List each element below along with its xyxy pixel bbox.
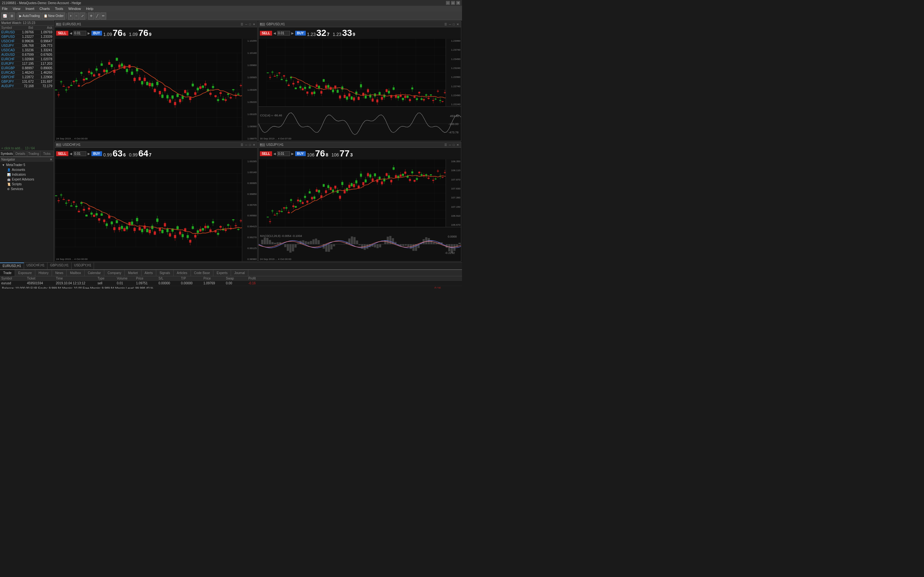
menu-window[interactable]: Window [68,7,81,11]
chart-max-btn-2[interactable]: □ [249,143,252,147]
market-row[interactable]: EURGBP 0.88997 0.89005 [0,66,53,71]
chart-menu-btn-1[interactable]: ☰ [444,23,447,26]
draw-button[interactable]: ✏ [100,13,106,19]
lot-increase-3[interactable]: ▶ [291,152,294,155]
chart-max-btn-1[interactable]: □ [452,23,455,26]
chart-body-0[interactable]: 1.102551.101401.099601.095651.093351.092… [55,39,257,141]
menu-tools[interactable]: Tools [54,7,64,11]
nav-item-indicators[interactable]: 📊 Indicators [1,172,53,177]
fit-button[interactable]: ⤢ [79,13,86,19]
nav-item-mt5[interactable]: ▼ MetaTrader 5 [1,163,53,167]
chart-menu-btn-0[interactable]: ☰ [240,23,244,26]
lot-input-1[interactable] [277,31,290,35]
chart-min-btn-3[interactable]: ─ [448,143,451,147]
crosshair-button[interactable]: ✛ [88,13,94,19]
menu-insert[interactable]: Insert [25,7,35,11]
chart-min-btn-2[interactable]: ─ [244,143,248,147]
sell-button-3[interactable]: SELL [260,151,272,156]
lot-increase-1[interactable]: ▶ [291,31,294,35]
left-tab-trading[interactable]: Trading [27,151,40,156]
buy-button-0[interactable]: BUY [91,31,102,35]
chart-body-2[interactable]: 1.002951.001400.999950.998500.997050.995… [55,159,257,261]
nav-item-scripts[interactable]: 📜 Scripts [1,182,53,187]
close-button[interactable]: ✕ [456,1,460,5]
lot-increase-0[interactable]: ▶ [87,31,90,35]
chart-close-btn-1[interactable]: ✕ [456,23,460,26]
autotrade-button[interactable]: ▶ AutoTrading [18,13,41,19]
lot-decrease-2[interactable]: ◀ [69,152,72,155]
market-row[interactable]: EURCAD 1.46243 1.46260 [0,71,53,75]
market-row[interactable]: EURJPY 117.195 117.203 [0,61,53,66]
chart-controls-2[interactable]: ☰ ─ □ ✕ [240,143,256,147]
terminal-tab-journal[interactable]: Journal [231,270,248,276]
templates-button[interactable]: ⊞ [9,13,15,19]
chart-min-btn-1[interactable]: ─ [448,23,451,26]
market-row[interactable]: USDJPY 106.768 106.773 [0,44,53,48]
left-tab-ticks[interactable]: Ticks [40,151,53,156]
zoom-out-button[interactable]: − [74,13,79,19]
market-row[interactable]: GBPUSD 1.23227 1.23339 [0,35,53,39]
add-symbol[interactable]: + click to add... 13 / 64 [0,146,53,151]
terminal-tab-exposure[interactable]: Exposure [15,270,35,276]
sell-button-1[interactable]: SELL [260,31,272,35]
nav-item-services[interactable]: ⚙ Services [1,187,53,191]
chart-min-btn-0[interactable]: ─ [244,23,248,26]
menu-charts[interactable]: Charts [39,7,50,11]
chart-menu-btn-3[interactable]: ☰ [444,143,447,147]
chart-tab-eurusd_h1[interactable]: EURUSD,H1 [0,263,24,269]
market-row[interactable]: AUDUSD 0.67599 0.67605 [0,53,53,57]
left-tab-symbols[interactable]: Symbols [0,151,14,156]
line-button[interactable]: ╱ [95,13,100,19]
chart-controls-1[interactable]: ☰ ─ □ ✕ [444,23,460,26]
menu-view[interactable]: View [12,7,21,11]
lot-decrease-1[interactable]: ◀ [273,31,276,35]
chart-tab-gbpusd_h1[interactable]: GBPUSD,H1 [47,263,71,269]
sell-button-2[interactable]: SELL [56,151,68,156]
chart-tab-usdjpy_h1[interactable]: USDJPY,H1 [71,263,94,269]
sell-button-0[interactable]: SELL [56,31,68,35]
left-tab-details[interactable]: Details [14,151,27,156]
new-order-button[interactable]: 📋 New Order [42,13,65,19]
market-row[interactable]: EURUSD 1.09766 1.09769 [0,30,53,35]
zoom-in-button[interactable]: + [68,13,73,19]
nav-item-accounts[interactable]: 👤 Accounts [1,167,53,172]
buy-button-2[interactable]: BUY [91,151,102,156]
market-row[interactable]: AUDJPY 72.168 72.179 [0,84,53,89]
lot-input-2[interactable] [73,151,86,156]
chart-controls-3[interactable]: ☰ ─ □ ✕ [444,143,460,147]
buy-button-1[interactable]: BUY [295,31,306,35]
terminal-tab-articles[interactable]: Articles [174,270,191,276]
lot-input-0[interactable] [73,31,86,35]
buy-button-3[interactable]: BUY [295,151,306,156]
terminal-tab-history[interactable]: History [35,270,52,276]
terminal-tab-news[interactable]: News [52,270,67,276]
market-row[interactable]: USDCHF 0.99636 0.99647 [0,39,53,44]
terminal-tab-experts[interactable]: Experts [213,270,231,276]
menu-help[interactable]: Help [86,7,94,11]
lot-decrease-0[interactable]: ◀ [69,31,72,35]
chart-max-btn-3[interactable]: □ [452,143,455,147]
chart-close-btn-2[interactable]: ✕ [252,143,256,147]
chart-controls-0[interactable]: ☰ ─ □ ✕ [240,23,256,26]
new-chart-button[interactable]: 📈 [1,13,8,19]
chart-menu-btn-2[interactable]: ☰ [240,143,244,147]
window-controls[interactable]: ─ ▭ ✕ [446,1,460,5]
market-row[interactable]: EURCHF 1.02068 1.02078 [0,57,53,61]
lot-input-3[interactable] [277,151,290,156]
lot-increase-2[interactable]: ▶ [87,152,90,155]
navigator-close-icon[interactable]: ✕ [50,158,52,161]
lot-decrease-3[interactable]: ◀ [273,152,276,155]
chart-body-1[interactable]: 1.239901.237401.234901.232401.229901.227… [258,39,461,141]
chart-tab-usdchf_h1[interactable]: USDCHF,H1 [24,263,47,269]
terminal-tab-code_base[interactable]: Code Base [191,270,213,276]
market-row[interactable]: USDCAD 1.33236 1.33241 [0,48,53,53]
chart-close-btn-3[interactable]: ✕ [456,143,460,147]
chart-max-btn-0[interactable]: □ [249,23,252,26]
nav-item-expert-advisors[interactable]: 🤖 Expert Advisors [1,177,53,182]
terminal-tab-signals[interactable]: Signals [156,270,174,276]
minimize-button[interactable]: ─ [446,1,450,5]
market-row[interactable]: GBPCHF 1.22872 1.22908 [0,75,53,79]
chart-body-3[interactable]: 108.350108.110107.870107.630107.390107.1… [258,159,461,261]
restore-button[interactable]: ▭ [451,1,455,5]
terminal-tab-mailbox[interactable]: Mailbox [67,270,84,276]
